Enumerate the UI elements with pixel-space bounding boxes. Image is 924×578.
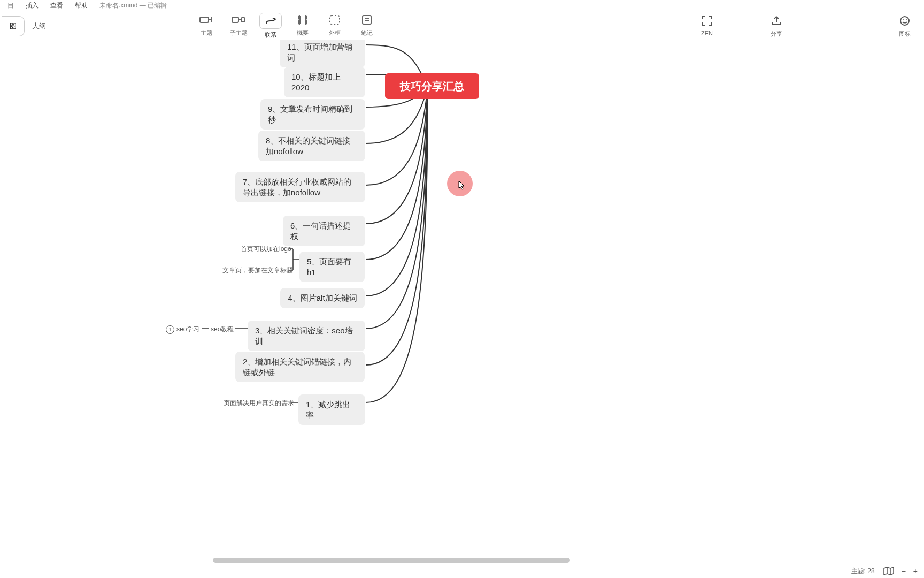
zoom-in[interactable]: + <box>913 567 918 575</box>
menu-insert[interactable]: 插入 <box>26 1 38 10</box>
toolbar-subtopic[interactable]: 子主题 <box>222 13 255 37</box>
horizontal-scrollbar[interactable] <box>0 557 924 564</box>
share-icon <box>760 14 792 28</box>
node-6-text: 6、一句话描述提权 <box>290 220 358 241</box>
toolbar-zen-label: ZEN <box>701 30 713 36</box>
menu-help[interactable]: 帮助 <box>75 1 88 10</box>
status-bar: 主题: 28 − + <box>0 564 924 578</box>
central-topic[interactable]: 技巧分享汇总 <box>385 73 479 99</box>
node-3-sub-a-text: seo学习 <box>176 325 199 334</box>
tab-mindmap[interactable]: 图 <box>2 16 25 36</box>
svg-rect-1 <box>232 17 238 22</box>
node-4[interactable]: 4、图片alt加关键词 <box>280 288 365 308</box>
topic-count-label: 主题: <box>851 567 866 575</box>
toolbar-notes-label: 笔记 <box>361 29 373 36</box>
tab-outline[interactable]: 大纲 <box>25 17 53 36</box>
toolbar-boundary-label: 外框 <box>329 29 341 36</box>
node-9[interactable]: 9、文章发布时间精确到秒 <box>260 99 365 130</box>
toolbar-icon[interactable]: 图标 <box>889 14 921 38</box>
node-1-text: 1、减少跳出率 <box>306 399 358 420</box>
topic-icon <box>190 13 222 27</box>
node-10-text: 10、标题加上2020 <box>291 72 358 93</box>
toolbar-subtopic-label: 子主题 <box>230 29 248 36</box>
smiley-icon <box>889 14 921 28</box>
connectors <box>0 40 924 564</box>
svg-point-6 <box>903 19 904 20</box>
toolbar-relationship-label: 联系 <box>265 32 276 38</box>
node-1[interactable]: 1、减少跳出率 <box>298 394 365 425</box>
toolbar-boundary[interactable]: 外框 <box>319 13 351 37</box>
node-9-text: 9、文章发布时间精确到秒 <box>268 104 358 125</box>
node-5[interactable]: 5、页面要有h1 <box>299 252 365 282</box>
node-7-text: 7、底部放相关行业权威网站的导出链接，加nofollow <box>243 177 358 197</box>
node-3[interactable]: 3、相关关键词密度：seo培训 <box>248 321 365 351</box>
relationship-icon <box>259 13 282 29</box>
zoom-controls: − + <box>902 567 918 575</box>
node-5-sub-a[interactable]: 首页可以加在logo <box>241 245 291 254</box>
number-marker-icon: 1 <box>166 325 174 334</box>
boundary-icon <box>319 13 351 27</box>
view-tabs: 图 大纲 <box>0 16 53 36</box>
topic-count: 主题: 28 <box>851 567 875 576</box>
toolbar-share-label: 分享 <box>771 31 782 37</box>
toolbar-summary[interactable]: 概要 <box>287 13 319 37</box>
cursor-arrow-icon <box>458 180 466 190</box>
node-2-text: 2、增加相关关键词锚链接，内链或外链 <box>243 356 357 377</box>
svg-point-7 <box>906 19 907 20</box>
node-3-sub-b[interactable]: seo教程 <box>211 325 234 334</box>
toolbar-notes[interactable]: 笔记 <box>351 13 383 37</box>
topic-count-value: 28 <box>867 567 874 575</box>
node-10[interactable]: 10、标题加上2020 <box>284 67 365 97</box>
document-title: 未命名.xmind — 已编辑 <box>99 1 167 10</box>
node-4-text: 4、图片alt加关键词 <box>288 293 357 303</box>
toolbar: 图 大纲 主题 子主题 联系 概要 <box>0 11 924 41</box>
toolbar-icon-label: 图标 <box>899 31 911 37</box>
node-8[interactable]: 8、不相关的关键词链接加nofollow <box>258 131 365 161</box>
node-6[interactable]: 6、一句话描述提权 <box>283 216 365 246</box>
node-3-sub-a[interactable]: 1 seo学习 <box>166 325 199 334</box>
toolbar-summary-label: 概要 <box>297 29 309 36</box>
node-3-text: 3、相关关键词密度：seo培训 <box>255 325 358 346</box>
svg-point-5 <box>900 17 909 25</box>
menu-view[interactable]: 查看 <box>50 1 63 10</box>
scrollbar-thumb[interactable] <box>213 558 570 563</box>
node-1-sub-a[interactable]: 页面解决用户真实的需求 <box>224 399 294 408</box>
toolbar-topic[interactable]: 主题 <box>190 13 222 37</box>
svg-rect-2 <box>241 18 245 22</box>
menubar: 目 插入 查看 帮助 未命名.xmind — 已编辑 — <box>0 0 924 11</box>
notes-icon <box>351 13 383 27</box>
node-7[interactable]: 7、底部放相关行业权威网站的导出链接，加nofollow <box>235 172 365 202</box>
zoom-out[interactable]: − <box>902 567 906 575</box>
menu-leading[interactable]: 目 <box>7 1 14 10</box>
node-5-text: 5、页面要有h1 <box>307 256 357 277</box>
mindmap-canvas[interactable]: 技巧分享汇总 11、页面增加营销词 10、标题加上2020 9、文章发布时间精确… <box>0 40 924 564</box>
window-minimize[interactable]: — <box>904 1 912 10</box>
central-topic-text: 技巧分享汇总 <box>400 79 464 93</box>
zen-icon <box>691 14 723 28</box>
toolbar-topic-label: 主题 <box>201 29 212 36</box>
minimap-toggle[interactable] <box>883 567 894 575</box>
svg-rect-3 <box>330 16 340 24</box>
node-11[interactable]: 11、页面增加营销词 <box>280 40 365 67</box>
node-5-sub-b[interactable]: 文章页，要加在文章标题 <box>222 266 293 275</box>
toolbar-relationship[interactable]: 联系 <box>255 13 287 39</box>
node-2[interactable]: 2、增加相关关键词锚链接，内链或外链 <box>235 352 365 382</box>
node-8-text: 8、不相关的关键词链接加nofollow <box>266 135 358 156</box>
toolbar-share[interactable]: 分享 <box>760 14 792 38</box>
summary-icon <box>287 13 319 27</box>
toolbar-zen[interactable]: ZEN <box>691 14 723 36</box>
node-11-text: 11、页面增加营销词 <box>287 42 358 63</box>
subtopic-icon <box>222 13 255 27</box>
svg-rect-0 <box>200 17 209 22</box>
